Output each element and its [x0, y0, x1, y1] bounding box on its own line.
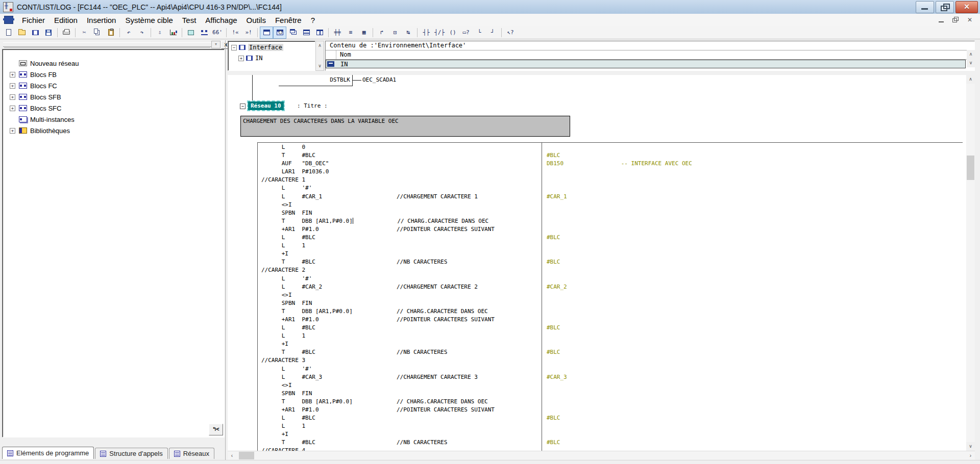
- menu-test[interactable]: Test: [178, 14, 201, 26]
- expand-icon[interactable]: +: [10, 72, 15, 78]
- expand-icon[interactable]: −: [231, 45, 237, 50]
- code-line[interactable]: T DBB [AR1,P#0.0] // CHARG.CARACTERE DAN…: [228, 398, 966, 406]
- tree-item-multi-instances[interactable]: Multi-instances: [3, 114, 224, 125]
- tree-item-blocs-sfc[interactable]: +Blocs SFC: [3, 102, 224, 114]
- code-line[interactable]: LAR1 P#1036.0: [228, 168, 966, 176]
- swap-view-button[interactable]: ↹: [402, 27, 415, 39]
- code-line[interactable]: L '#': [228, 184, 966, 192]
- previous-error-button[interactable]: !«: [229, 27, 242, 39]
- view-window-button[interactable]: [260, 27, 273, 39]
- expand-icon[interactable]: +: [238, 56, 244, 61]
- code-line[interactable]: L 1: [228, 332, 966, 340]
- mdi-restore-button[interactable]: [948, 15, 963, 24]
- coil-button[interactable]: (): [446, 27, 459, 39]
- code-line[interactable]: <>I: [228, 381, 966, 390]
- interface-tree-item-in[interactable]: +IN: [228, 54, 315, 63]
- code-line[interactable]: T #BLC //NB CARACTERES#BLC: [228, 439, 966, 447]
- minimize-button[interactable]: [916, 1, 934, 13]
- stl-code-editor[interactable]: DSTBLK OEC_SCADA1 − Réseau 10 : Titre : …: [228, 75, 966, 451]
- menu-insertion[interactable]: Insertion: [82, 14, 121, 26]
- glasses-button[interactable]: 66': [211, 27, 224, 39]
- tab-réseaux[interactable]: Réseaux: [169, 448, 214, 459]
- vertical-splitter[interactable]: [225, 40, 226, 460]
- close-branch-button[interactable]: ┘: [486, 27, 499, 39]
- fbd-operand[interactable]: OEC_SCADA1: [362, 76, 396, 83]
- code-lines[interactable]: L 0 T #BLC#BLC AUF "DB_OEC"DB150 -- INTE…: [228, 143, 966, 451]
- tree-item-nouveau-réseau[interactable]: Nouveau réseau: [3, 58, 224, 69]
- open-block-button[interactable]: [15, 27, 29, 39]
- cut-button[interactable]: ✂: [78, 27, 91, 39]
- code-line[interactable]: L 0: [228, 143, 966, 151]
- tab-eléments-de-programme[interactable]: Eléments de programme: [2, 447, 94, 459]
- tree-item-blocs-fb[interactable]: +Blocs FB: [3, 69, 224, 80]
- nc-contact-button[interactable]: ┤/├: [433, 27, 446, 39]
- code-line[interactable]: L 1: [228, 422, 966, 430]
- code-line[interactable]: L #CAR_1 //CHARGEMENT CARACTERE 1#CAR_1: [228, 193, 966, 201]
- code-line[interactable]: +AR1 P#1.0 //POINTEUR CARACTERES SUIVANT: [228, 225, 966, 234]
- app-icon[interactable]: [3, 2, 13, 12]
- code-line[interactable]: L 1: [228, 242, 966, 250]
- close-button[interactable]: [955, 1, 978, 13]
- connection-button[interactable]: [198, 27, 211, 39]
- scroll-down-icon[interactable]: ∨: [967, 59, 975, 67]
- code-line[interactable]: //CARACTERE 4: [228, 447, 966, 451]
- scroll-right-icon[interactable]: ›: [966, 451, 975, 460]
- undo-button[interactable]: ↶: [122, 27, 135, 39]
- new-file-button[interactable]: [2, 27, 15, 39]
- copy-button[interactable]: [91, 27, 104, 39]
- menu-outils[interactable]: Outils: [242, 14, 271, 26]
- restore-button[interactable]: [936, 1, 954, 13]
- code-line[interactable]: SPBN FIN: [228, 209, 966, 217]
- tree-item-blocs-fc[interactable]: +Blocs FC: [3, 80, 224, 91]
- expand-icon[interactable]: +: [10, 94, 15, 100]
- code-line[interactable]: //CARACTERE 1: [228, 176, 966, 184]
- code-line[interactable]: T #BLC //NB CARACTERES#BLC: [228, 258, 966, 266]
- document-icon[interactable]: [4, 16, 13, 24]
- menu-edition[interactable]: Edition: [50, 14, 82, 26]
- menu-syst-me-cible[interactable]: Système cible: [120, 14, 177, 26]
- menu-fichier[interactable]: Fichier: [17, 14, 50, 26]
- menu-affichage[interactable]: Affichage: [201, 14, 241, 26]
- split-vertical-button[interactable]: [313, 27, 326, 39]
- code-line[interactable]: T #BLC //NB CARACTERES#BLC: [228, 348, 966, 356]
- split-horizontal-button[interactable]: [300, 27, 313, 39]
- network-title-selected[interactable]: Réseau 10: [248, 101, 284, 110]
- code-line[interactable]: +AR1 P#1.0 //POINTEUR CARACTERES SUIVANT: [228, 406, 966, 414]
- block-box-button[interactable]: ⊡: [388, 27, 402, 39]
- code-line[interactable]: SPBN FIN: [228, 390, 966, 398]
- monitor-variables-button[interactable]: [166, 27, 180, 39]
- code-line[interactable]: T #BLC#BLC: [228, 151, 966, 160]
- scroll-up-icon[interactable]: ∧: [316, 41, 324, 50]
- paste-button[interactable]: [104, 27, 117, 39]
- expand-icon[interactable]: +: [10, 128, 15, 134]
- save-button[interactable]: [42, 27, 55, 39]
- code-line[interactable]: L #BLC#BLC: [228, 414, 966, 422]
- expand-icon[interactable]: +: [10, 106, 15, 111]
- redo-button[interactable]: ↷: [135, 27, 149, 39]
- program-status-button[interactable]: [184, 27, 198, 39]
- code-line[interactable]: +AR1 P#1.0 //POINTEUR CARACTERES SUIVANT: [228, 316, 966, 324]
- new-network-button[interactable]: ╪╪: [331, 27, 344, 39]
- code-line[interactable]: //CARACTERE 2: [228, 266, 966, 274]
- no-contact-button[interactable]: ┤├: [420, 27, 433, 39]
- scrollbar-thumb[interactable]: [239, 452, 254, 459]
- code-line[interactable]: <>I: [228, 201, 966, 209]
- code-line[interactable]: +I: [228, 340, 966, 348]
- code-line[interactable]: L '#': [228, 275, 966, 283]
- interface-row-in[interactable]: IN: [326, 60, 966, 68]
- menu-fen-tre[interactable]: Fenêtre: [271, 14, 306, 26]
- download-button[interactable]: ⇩: [153, 27, 166, 39]
- tree-item-blocs-sfb[interactable]: +Blocs SFB: [3, 91, 224, 102]
- code-line[interactable]: SPBN FIN: [228, 299, 966, 307]
- goto-location-button[interactable]: ↱: [375, 27, 388, 39]
- print-button[interactable]: [60, 27, 73, 39]
- help-pointer-button[interactable]: ↖?: [504, 27, 517, 39]
- tab-structure-d-appels[interactable]: Structure d'appels: [95, 448, 167, 459]
- code-line[interactable]: L #BLC#BLC: [228, 234, 966, 242]
- cascade-windows-button[interactable]: [286, 27, 300, 39]
- code-line[interactable]: +I: [228, 250, 966, 258]
- network-comment-box[interactable]: CHARGEMENT DES CARACTERES DANS LA VARIAB…: [240, 116, 570, 137]
- dock-dropdown-button[interactable]: ▾: [211, 41, 220, 48]
- code-line[interactable]: <>I: [228, 291, 966, 299]
- next-error-button[interactable]: »!: [242, 27, 255, 39]
